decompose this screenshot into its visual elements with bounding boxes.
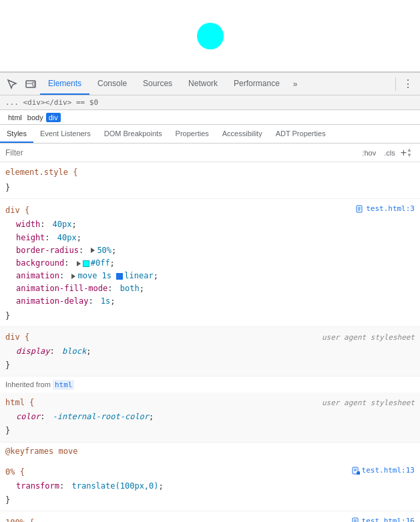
keyframes-0-block: 0% { test.html:13 transform : translate(… <box>0 461 420 511</box>
html-user-agent-block: html { user agent stylesheet color : -in… <box>0 393 420 443</box>
element-style-selector: element.style { <box>5 166 77 179</box>
div-style-close: } <box>0 308 420 324</box>
prop-border-radius: border-radius : 50% ; <box>0 244 420 257</box>
tab-elements[interactable]: Elements <box>40 73 89 95</box>
easing-checkbox-icon[interactable] <box>116 273 123 280</box>
tab-properties[interactable]: Properties <box>169 125 216 143</box>
triangle-expand-icon[interactable] <box>91 248 95 253</box>
styles-content[interactable]: element.style { } div { test.html:3 widt… <box>0 162 420 522</box>
inherited-label: Inherited from html <box>0 376 420 393</box>
prop-display: display : block ; <box>0 345 420 358</box>
kf-0-close: } <box>0 493 420 508</box>
html-ua-label: user agent stylesheet <box>322 397 415 409</box>
element-style-close: } <box>0 180 420 196</box>
anim-triangle-icon[interactable] <box>71 274 75 279</box>
hov-button[interactable]: :hov <box>359 148 379 158</box>
tab-dom-breakpoints[interactable]: DOM Breakpoints <box>97 125 169 143</box>
kf100-file-icon <box>352 517 360 522</box>
div-style-block: div { test.html:3 width : 40px ; height … <box>0 199 420 326</box>
tab-console[interactable]: Console <box>89 73 135 95</box>
breadcrumb-inspection: ... <div></div> == $0 <box>0 95 420 110</box>
scroll-arrows: ▲ ▼ <box>407 148 415 158</box>
kf-0-selector: 0% { <box>5 466 25 479</box>
kf0-file-icon <box>352 467 360 475</box>
keyframes-100-block: 100% { test.html:16 <box>0 511 420 522</box>
div-style-selector: div { <box>5 204 29 217</box>
div-style-header: div { test.html:3 <box>0 202 420 218</box>
element-style-block: element.style { } <box>0 162 420 199</box>
kf-100-header: 100% { test.html:16 <box>0 514 420 522</box>
div-ua-selector: div { <box>5 331 29 344</box>
file-icon <box>356 205 364 213</box>
filter-buttons: :hov .cls + <box>359 147 407 159</box>
prop-color: color : -internal-root-color ; <box>0 411 420 423</box>
inspect-icon[interactable] <box>3 75 21 93</box>
device-toggle-icon[interactable] <box>21 75 40 93</box>
tab-accessibility[interactable]: Accessibility <box>216 125 269 143</box>
devtools-panel: Elements Console Sources Network Perform… <box>0 72 420 522</box>
kf-100-source-text: test.html:16 <box>362 515 415 522</box>
prop-height: height : 40px ; <box>0 232 420 244</box>
prop-width: width : 40px ; <box>0 218 420 231</box>
div-source-text: test.html:3 <box>366 203 415 215</box>
kf-0-source-text: test.html:13 <box>362 465 415 477</box>
inherited-text: Inherited from <box>5 380 53 388</box>
scroll-down-arrow: ▼ <box>407 153 415 158</box>
add-style-button[interactable]: + <box>401 147 407 159</box>
prop-background: background : #0ff ; <box>0 257 420 270</box>
cls-button[interactable]: .cls <box>381 148 398 158</box>
color-swatch[interactable] <box>83 260 89 267</box>
prop-transform: transform : translate(100px,0) ; <box>0 480 420 493</box>
tab-sources[interactable]: Sources <box>135 73 180 95</box>
html-ua-header: html { user agent stylesheet <box>0 395 420 411</box>
tab-more-button[interactable]: » <box>288 79 303 89</box>
inherited-tag[interactable]: html <box>53 380 75 390</box>
html-ua-selector: html { <box>5 397 34 409</box>
devtools-toolbar: Elements Console Sources Network Perform… <box>0 73 420 95</box>
breadcrumb-path: html body div <box>0 110 420 125</box>
tab-styles[interactable]: Styles <box>0 125 33 143</box>
div-style-source-link[interactable]: test.html:3 <box>356 203 415 215</box>
tab-event-listeners[interactable]: Event Listeners <box>33 125 97 143</box>
keyframes-label: @keyframes move <box>0 443 420 461</box>
filter-input[interactable] <box>5 148 359 158</box>
tab-performance[interactable]: Performance <box>226 73 288 95</box>
tab-adt-properties[interactable]: ADT Properties <box>269 125 333 143</box>
more-options-button[interactable]: ⋮ <box>399 75 417 93</box>
breadcrumb-code: ... <div></div> == $0 <box>5 98 98 107</box>
div-ua-header: div { user agent stylesheet <box>0 330 420 345</box>
prop-animation-fill-mode: animation-fill-mode : both ; <box>0 282 420 295</box>
div-ua-label: user agent stylesheet <box>322 332 415 344</box>
tab-network[interactable]: Network <box>180 73 226 95</box>
kf-100-source-link[interactable]: test.html:16 <box>352 515 415 522</box>
toolbar-divider <box>395 77 396 91</box>
panel-tabs: Styles Event Listeners DOM Breakpoints P… <box>0 125 420 144</box>
animated-circle <box>197 23 224 49</box>
prop-animation: animation : move 1s linear ; <box>0 270 420 282</box>
element-style-brace-close: } <box>5 182 10 194</box>
prop-animation-delay: animation-delay : 1s ; <box>0 295 420 308</box>
element-style-header: element.style { <box>0 165 420 180</box>
breadcrumb-body[interactable]: body <box>25 113 46 122</box>
devtools-tabs: Elements Console Sources Network Perform… <box>40 73 393 95</box>
breadcrumb-div[interactable]: div <box>46 113 61 122</box>
svg-rect-1 <box>33 82 35 86</box>
breadcrumb-html[interactable]: html <box>5 113 25 122</box>
html-ua-close: } <box>0 423 420 439</box>
preview-area <box>0 0 420 72</box>
bg-triangle-icon[interactable] <box>77 261 81 266</box>
kf-100-selector: 100% { <box>5 517 34 522</box>
kf-0-header: 0% { test.html:13 <box>0 463 420 480</box>
filter-bar: :hov .cls + ▲ ▼ <box>0 144 420 162</box>
div-user-agent-block: div { user agent stylesheet display : bl… <box>0 327 420 377</box>
kf-0-source-link[interactable]: test.html:13 <box>352 465 415 477</box>
div-ua-close: } <box>0 358 420 373</box>
